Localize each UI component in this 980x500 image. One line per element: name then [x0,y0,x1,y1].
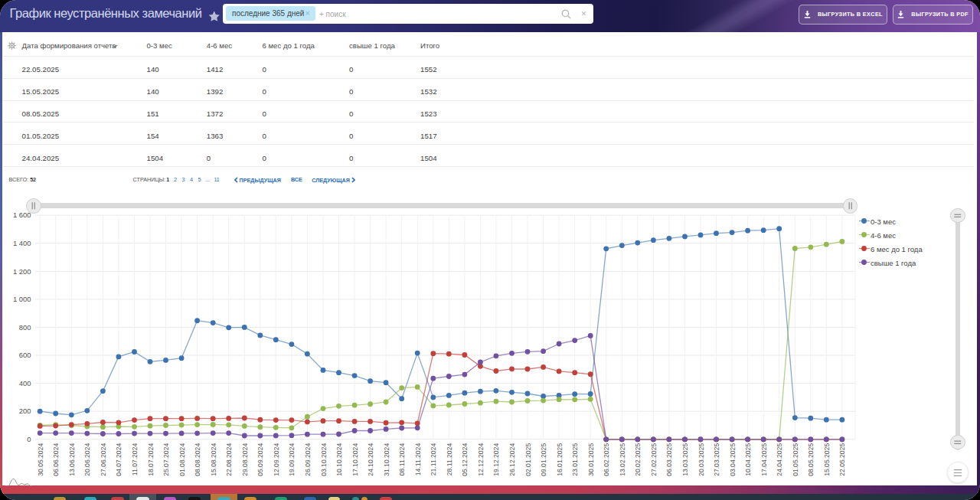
svg-text:1 000: 1 000 [13,295,31,303]
svg-text:27.02.2025: 27.02.2025 [650,443,658,476]
svg-text:30.01.2025: 30.01.2025 [587,443,595,476]
svg-text:19.09.2024: 19.09.2024 [289,443,296,476]
svg-text:13.02.2025: 13.02.2025 [619,443,626,476]
svg-text:08.11.2024: 08.11.2024 [398,443,406,476]
svg-text:20.03.2025: 20.03.2025 [697,443,705,476]
svg-text:06.06.2024: 06.06.2024 [52,443,60,476]
svg-text:06.03.2025: 06.03.2025 [666,443,674,476]
svg-text:21.11.2024: 21.11.2024 [430,443,437,476]
svg-text:30.05.2024: 30.05.2024 [37,443,44,476]
svg-text:400: 400 [19,379,31,387]
svg-text:06.02.2025: 06.02.2025 [603,443,610,476]
svg-text:26.12.2024: 26.12.2024 [508,443,516,476]
svg-text:19.12.2024: 19.12.2024 [493,443,501,476]
svg-text:09.01.2025: 09.01.2025 [540,443,547,476]
svg-text:04.07.2024: 04.07.2024 [116,443,123,476]
svg-text:22.08.2024: 22.08.2024 [225,443,233,476]
svg-text:26.09.2024: 26.09.2024 [304,443,312,476]
svg-text:10.04.2025: 10.04.2025 [744,443,752,476]
svg-text:12.12.2024: 12.12.2024 [477,443,485,476]
svg-text:08.05.2025: 08.05.2025 [807,443,815,476]
svg-text:200: 200 [19,407,31,415]
svg-text:0: 0 [27,435,31,443]
svg-text:25.07.2024: 25.07.2024 [162,443,170,476]
svg-text:13.06.2024: 13.06.2024 [68,443,76,476]
svg-text:29.08.2024: 29.08.2024 [241,443,249,476]
svg-text:01.08.2024: 01.08.2024 [178,443,186,476]
svg-text:03.04.2025: 03.04.2025 [729,443,737,476]
svg-text:12.09.2024: 12.09.2024 [273,443,280,476]
svg-text:10.10.2024: 10.10.2024 [335,443,343,476]
svg-text:23.01.2025: 23.01.2025 [571,443,579,476]
svg-text:05.09.2024: 05.09.2024 [256,443,264,476]
svg-text:18.07.2024: 18.07.2024 [147,443,155,476]
svg-text:800: 800 [19,323,31,332]
svg-text:02.01.2025: 02.01.2025 [524,443,532,476]
svg-text:24.10.2024: 24.10.2024 [367,443,374,476]
svg-text:13.03.2025: 13.03.2025 [681,443,689,476]
svg-text:31.10.2024: 31.10.2024 [383,443,390,476]
svg-text:15.05.2025: 15.05.2025 [823,443,831,476]
svg-text:14.11.2024: 14.11.2024 [414,443,422,476]
svg-text:27.03.2025: 27.03.2025 [713,443,720,476]
svg-text:1 200: 1 200 [13,267,31,276]
svg-text:17.04.2025: 17.04.2025 [760,443,768,476]
svg-text:08.08.2024: 08.08.2024 [194,443,201,476]
svg-text:1 400: 1 400 [13,239,31,247]
svg-text:28.11.2024: 28.11.2024 [446,443,453,476]
svg-text:01.05.2025: 01.05.2025 [792,443,799,476]
svg-text:11.07.2024: 11.07.2024 [131,443,139,476]
svg-text:600: 600 [19,351,31,359]
svg-text:05.12.2024: 05.12.2024 [462,443,469,476]
svg-text:15.08.2024: 15.08.2024 [210,443,217,476]
svg-text:16.01.2025: 16.01.2025 [556,443,564,476]
svg-text:20.06.2024: 20.06.2024 [83,443,91,476]
svg-text:24.04.2025: 24.04.2025 [776,443,783,476]
svg-text:17.10.2024: 17.10.2024 [351,443,359,476]
svg-text:20.02.2025: 20.02.2025 [634,443,642,476]
svg-text:22.05.2025: 22.05.2025 [839,443,847,476]
svg-text:27.06.2024: 27.06.2024 [100,443,107,476]
svg-text:03.10.2024: 03.10.2024 [320,443,328,476]
